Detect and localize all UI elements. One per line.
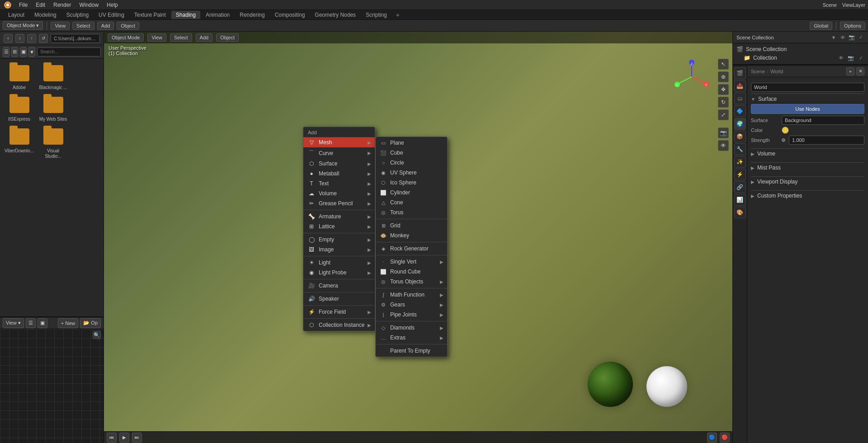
menu-item-light[interactable]: ☀ Light ▶ <box>303 258 375 268</box>
menu-item-empty[interactable]: ◯ Empty ▶ <box>303 235 375 245</box>
vp-tool-rotate[interactable]: ↻ <box>718 97 729 108</box>
nav-up-btn[interactable]: ↑ <box>27 34 36 43</box>
submenu-diamonds[interactable]: ◇ Diamonds ▶ <box>376 323 447 333</box>
options-btn[interactable]: Options <box>840 22 865 30</box>
tab-modeling[interactable]: Modeling <box>30 11 61 19</box>
submenu-single-vert[interactable]: · Single Vert ▶ <box>376 257 447 267</box>
folder-visual-studio[interactable]: Visual Studio... <box>38 127 68 159</box>
submenu-gears[interactable]: ⚙ Gears ▶ <box>376 300 447 310</box>
tree-collection[interactable]: 📁 Collection 👁 📷 ✓ <box>733 53 868 62</box>
vp-bottom-end-btn[interactable]: ⏭ <box>132 433 142 443</box>
prop-tab-particles[interactable]: ✨ <box>734 156 746 168</box>
menu-item-armature[interactable]: 🦴 Armature ▶ <box>303 212 375 222</box>
submenu-monkey[interactable]: 🐵 Monkey <box>376 231 447 240</box>
menu-item-mesh[interactable]: ▽ Mesh ▶ <box>303 137 375 147</box>
tab-geometry-nodes[interactable]: Geometry Nodes <box>310 11 360 19</box>
submenu-plane[interactable]: ▭ Plane <box>376 138 447 148</box>
view-btn[interactable]: View <box>51 22 70 30</box>
submenu-extras[interactable]: … Extras ▶ <box>376 333 447 343</box>
global-btn[interactable]: Global <box>810 22 832 30</box>
prop-tab-constraints[interactable]: 🔗 <box>734 181 746 193</box>
menu-item-curve[interactable]: ⌒ Curve ▶ <box>303 147 375 159</box>
tab-rendering[interactable]: Rendering <box>235 11 269 19</box>
breadcrumb-world[interactable]: World <box>770 69 783 74</box>
tab-sculpting[interactable]: Sculpting <box>62 11 93 19</box>
search-input[interactable] <box>37 47 101 57</box>
object-mode-btn[interactable]: Object Mode ▾ <box>3 21 43 30</box>
folder-iisexpress[interactable]: IISExpress <box>5 95 34 122</box>
mini-open-btn[interactable]: 📂 Op <box>80 318 101 328</box>
tab-shading[interactable]: Shading <box>171 11 200 19</box>
prop-tab-physics[interactable]: ⚡ <box>734 169 746 180</box>
submenu-grid[interactable]: ⊞ Grid <box>376 221 447 231</box>
menu-help[interactable]: Help <box>103 1 122 9</box>
menu-item-light-probe[interactable]: ◉ Light Probe ▶ <box>303 268 375 278</box>
surface-type-value[interactable]: Background <box>782 116 864 125</box>
prop-tab-view-layer[interactable]: 🗂 <box>734 93 746 104</box>
tab-layout[interactable]: Layout <box>4 11 29 19</box>
add-btn[interactable]: Add <box>97 22 114 30</box>
viewport-add-btn[interactable]: Add <box>196 33 213 42</box>
vp-tool-camera[interactable]: 📷 <box>718 127 729 138</box>
mist-pass-section-header[interactable]: ▶ Mist Pass <box>751 162 864 173</box>
filter-btn[interactable]: ▼ <box>28 47 35 57</box>
thumbnail-btn[interactable]: ▣ <box>20 47 27 57</box>
nav-refresh-btn[interactable]: ↺ <box>39 34 48 43</box>
submenu-cube[interactable]: ⬛ Cube <box>376 148 447 158</box>
submenu-torus-objects[interactable]: ◎ Torus Objects ▶ <box>376 277 447 287</box>
vp-tool-select[interactable]: ↖ <box>718 59 729 70</box>
menu-item-image[interactable]: 🖼 Image ▶ <box>303 245 375 254</box>
tree-scene-collection[interactable]: 🎬 Scene Collection <box>733 45 868 53</box>
mini-search-icon[interactable]: 🔍 <box>93 331 101 339</box>
submenu-torus[interactable]: ◎ Torus <box>376 207 447 217</box>
object-btn[interactable]: Object <box>117 22 139 30</box>
nav-back-btn[interactable]: ‹ <box>4 34 13 43</box>
submenu-parent-to-empty[interactable]: Parent To Empty <box>376 346 447 356</box>
folder-blackmagic[interactable]: Blackmagic ... <box>38 63 68 90</box>
menu-item-camera[interactable]: 🎥 Camera <box>303 281 375 291</box>
menu-item-collection-instance[interactable]: ⬡ Collection Instance ▶ <box>303 320 375 330</box>
custom-properties-header[interactable]: ▶ Custom Properties <box>751 190 864 201</box>
tab-scripting[interactable]: Scripting <box>361 11 392 19</box>
delete-world-btn[interactable]: ✕ <box>856 67 864 75</box>
breadcrumb-scene[interactable]: Scene <box>751 69 765 74</box>
tab-compositing[interactable]: Compositing <box>270 11 310 19</box>
viewport-view-btn[interactable]: View <box>147 33 166 42</box>
submenu-cylinder[interactable]: ⬜ Cylinder <box>376 188 447 198</box>
submenu-round-cube[interactable]: ⬜ Round Cube <box>376 267 447 277</box>
prop-tab-world[interactable]: 🌍 <box>734 118 746 130</box>
vp-tool-scale[interactable]: ⤢ <box>718 109 729 120</box>
nav-forward-btn[interactable]: › <box>15 34 24 43</box>
menu-item-grease-pencil[interactable]: ✏ Grease Pencil ▶ <box>303 198 375 208</box>
prop-tab-scene[interactable]: 🔷 <box>734 105 746 117</box>
submenu-pipe-joints[interactable]: | Pipe Joints ▶ <box>376 310 447 320</box>
vp-overlay-btn[interactable]: 👁 <box>718 140 729 151</box>
filter-icon[interactable]: ▼ <box>830 34 837 41</box>
menu-item-speaker[interactable]: 🔊 Speaker <box>303 294 375 304</box>
prop-tab-material[interactable]: 🎨 <box>734 207 746 218</box>
menu-window[interactable]: Window <box>75 1 102 9</box>
collection-render-icon[interactable]: 📷 <box>847 54 854 61</box>
tab-uv-editing[interactable]: UV Editing <box>94 11 129 19</box>
submenu-circle[interactable]: ○ Circle <box>376 158 447 168</box>
collection-check-icon[interactable]: ✓ <box>857 54 864 61</box>
folder-my-web-sites[interactable]: My Web Sites <box>38 95 68 122</box>
viewport-select-btn[interactable]: Select <box>170 33 192 42</box>
color-swatch[interactable] <box>782 127 789 134</box>
tab-plus[interactable]: + <box>392 10 403 19</box>
menu-item-surface[interactable]: ⬡ Surface ▶ <box>303 159 375 169</box>
prop-tab-output[interactable]: 📤 <box>734 80 746 92</box>
mini-new-btn[interactable]: + New <box>58 318 79 328</box>
vp-bottom-overlay-icon[interactable]: 🔵 <box>707 433 717 443</box>
new-world-btn[interactable]: + <box>846 67 854 75</box>
viewport-display-section-header[interactable]: ▶ Viewport Display <box>751 176 864 187</box>
viewport-mode-btn[interactable]: Object Mode <box>108 33 144 42</box>
viewport-object-btn[interactable]: Object <box>216 33 239 42</box>
vp-tool-move[interactable]: ✥ <box>718 84 729 95</box>
menu-item-lattice[interactable]: ⊞ Lattice ▶ <box>303 222 375 231</box>
menu-edit[interactable]: Edit <box>32 1 49 9</box>
menu-item-volume[interactable]: ☁ Volume ▶ <box>303 189 375 198</box>
mini-list-btn[interactable]: ☰ <box>26 318 36 328</box>
strength-value[interactable]: 1.000 <box>789 136 864 145</box>
vp-bottom-render-icon[interactable]: 🔴 <box>720 433 730 443</box>
